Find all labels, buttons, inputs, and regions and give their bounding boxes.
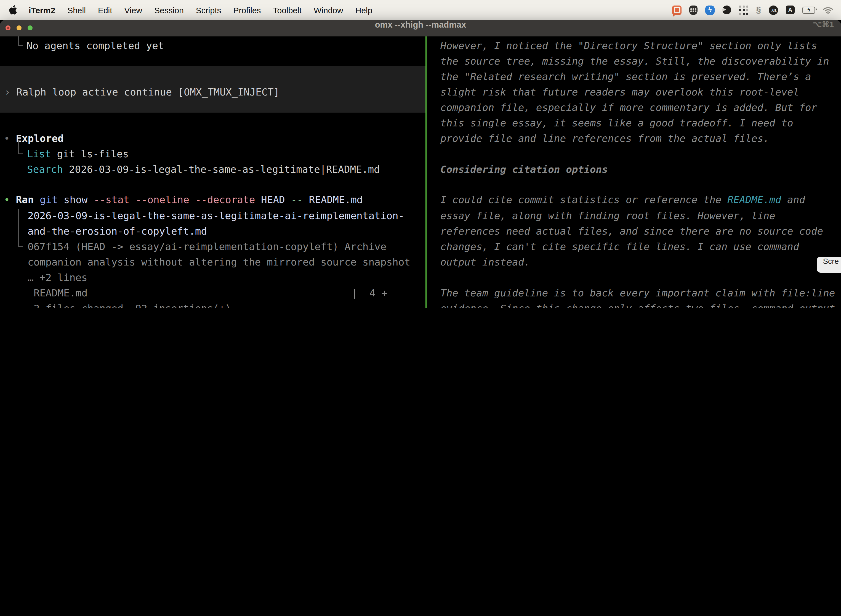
cmd-git: git — [40, 194, 64, 205]
minimize-button[interactable] — [16, 25, 22, 30]
explored-search-line: Search 2026-03-09-is-legal-the-same-as-l… — [27, 161, 380, 177]
menu-item-app[interactable]: iTerm2 — [23, 5, 61, 15]
reasoning-line: essay file, along with finding root file… — [440, 208, 775, 224]
dots-grid-icon[interactable] — [739, 5, 748, 15]
list-cmd: git ls-files — [57, 148, 129, 160]
reasoning-line: The team guideline is to back every impo… — [440, 285, 835, 301]
zoom-button[interactable] — [28, 25, 32, 30]
commit-line-2: companion analysis without altering the … — [28, 254, 410, 270]
reasoning-text: I could cite commit statistics or refere… — [440, 194, 727, 205]
stat-summary: 2 files changed, 92 insertions(+) — [34, 300, 231, 308]
agents-note: No agents completed yet — [26, 38, 164, 54]
explored-header: • Explored — [4, 130, 64, 146]
readme-link[interactable]: README.md — [727, 194, 781, 205]
screen-overlay-button[interactable]: Scre — [817, 257, 841, 273]
close-button[interactable] — [6, 25, 10, 30]
reasoning-line: evidence. Since this change only affects… — [440, 300, 835, 308]
input-source-icon[interactable]: A — [786, 6, 795, 14]
stat-file: README.md — [34, 287, 88, 299]
tree-connector — [18, 37, 23, 46]
chat-icon[interactable] — [672, 5, 681, 15]
search-pattern: 2026-03-09-is-legal-the-same-as-legitima… — [69, 163, 380, 175]
menu-item-toolbelt[interactable]: Toolbelt — [267, 5, 308, 15]
reasoning-line: references need actual files, and since … — [440, 223, 823, 239]
commit-line-1: 067f154 (HEAD -> essay/ai-reimplementati… — [28, 238, 386, 254]
filename-wrap-2: and-the-erosion-of-copyleft.md — [28, 223, 207, 239]
cmd-dashdash: -- — [291, 194, 309, 205]
window-shortcut-badge: ⌥⌘1 — [813, 20, 834, 29]
reasoning-line: output instead. — [440, 254, 530, 270]
terminal-content: No agents completed yet › Ralph loop act… — [0, 37, 841, 308]
reasoning-line: However, I noticed the "Directory Struct… — [440, 38, 817, 54]
cmd-sub: show — [64, 194, 94, 205]
menu-item-session[interactable]: Session — [148, 5, 190, 15]
search-verb: Search — [27, 163, 69, 175]
bullet-icon: • — [4, 132, 16, 144]
reasoning-line: provide file and line references from th… — [440, 130, 769, 146]
menu-item-shell[interactable]: Shell — [61, 5, 92, 15]
lightning-icon[interactable]: ϟ — [705, 5, 715, 15]
menu-item-view[interactable]: View — [119, 5, 148, 15]
battery-percent-icon[interactable]: ..61 — [769, 5, 778, 15]
banner-prompt: › — [4, 86, 16, 98]
bullet-icon: • — [4, 194, 16, 205]
status-icons: ϟ § ..61 A ϟ — [672, 5, 833, 15]
ralph-banner-line: › Ralph loop active continue [OMX_TMUX_I… — [4, 84, 280, 100]
menu-item-window[interactable]: Window — [308, 5, 349, 15]
pane-divider-vertical[interactable] — [425, 37, 426, 308]
squiggle-icon[interactable]: § — [756, 5, 761, 15]
more-lines-note: … +2 lines — [28, 269, 88, 285]
reasoning-line: changes, I can't cite specific file line… — [440, 238, 799, 254]
shield-icon[interactable] — [689, 5, 697, 15]
menu-item-scripts[interactable]: Scripts — [190, 5, 227, 15]
reasoning-line: companion file, especially if more comme… — [440, 99, 817, 115]
apple-menu-icon[interactable] — [9, 5, 17, 15]
reasoning-text: and — [781, 194, 805, 205]
ran-label: Ran — [16, 194, 40, 205]
menu-item-edit[interactable]: Edit — [92, 5, 119, 15]
filename-wrap-1: 2026-03-09-is-legal-the-same-as-legitima… — [28, 208, 404, 224]
reasoning-line: this single essay, it seems like a good … — [440, 115, 793, 131]
explored-list-line: List git ls-files — [27, 146, 129, 162]
battery-icon[interactable]: ϟ — [802, 6, 815, 13]
wifi-icon[interactable] — [823, 6, 833, 14]
terminal-window: omx --xhigh --madmax ⌥⌘1 No agents compl… — [0, 20, 841, 308]
reasoning-header: Considering citation options — [440, 161, 608, 177]
banner-text: Ralph loop active continue [OMX_TMUX_INJ… — [16, 86, 280, 98]
menu-bar: iTerm2 Shell Edit View Session Scripts P… — [0, 0, 841, 20]
reasoning-line: slight risk that future readers may over… — [440, 84, 799, 100]
window-title: omx --xhigh --madmax — [0, 20, 841, 30]
tree-connector — [18, 209, 23, 247]
ran-git-show-line: • Ran git show --stat --oneline --decora… — [4, 192, 363, 208]
stat-value: | 4 + — [352, 285, 387, 301]
cmd-head: HEAD — [261, 194, 291, 205]
cmd-flags: --stat --oneline --decorate — [94, 194, 261, 205]
window-titlebar[interactable]: omx --xhigh --madmax ⌥⌘1 — [0, 20, 841, 37]
tree-connector — [18, 141, 23, 154]
screen: iTerm2 Shell Edit View Session Scripts P… — [0, 0, 841, 308]
menu-item-profiles[interactable]: Profiles — [227, 5, 267, 15]
reasoning-line: the source tree, missing the essay. Stil… — [440, 53, 829, 69]
cmd-file: README.md — [309, 194, 363, 205]
menu-item-help[interactable]: Help — [349, 5, 378, 15]
reasoning-line: I could cite commit statistics or refere… — [440, 192, 805, 208]
pie-icon[interactable] — [722, 6, 731, 14]
reasoning-line: the "Related research writing" section i… — [440, 69, 811, 84]
list-verb: List — [27, 148, 57, 160]
